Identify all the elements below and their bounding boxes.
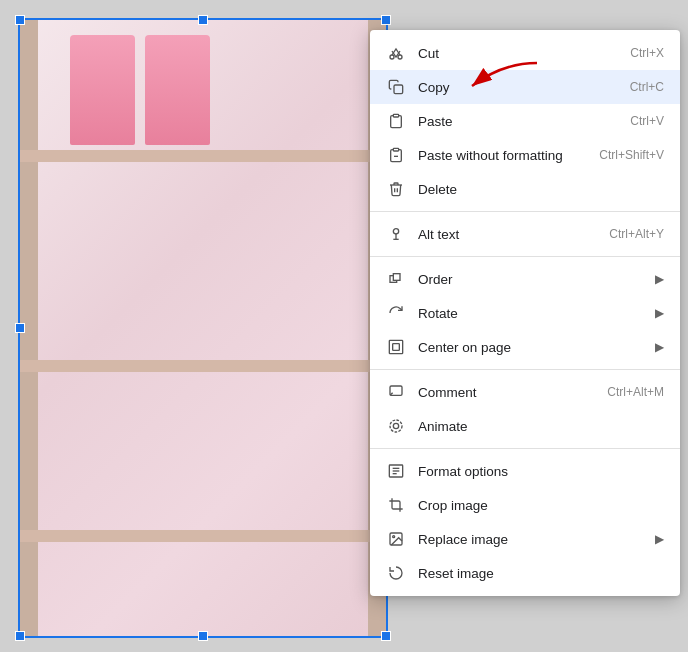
menu-item-alt-text[interactable]: Alt textCtrl+Alt+Y bbox=[370, 217, 680, 251]
menu-item-reset-image[interactable]: Reset image bbox=[370, 556, 680, 590]
handle-top-center[interactable] bbox=[198, 15, 208, 25]
replace-image-icon bbox=[386, 529, 406, 549]
menu-item-replace-image[interactable]: Replace image▶ bbox=[370, 522, 680, 556]
menu-item-label-copy: Copy bbox=[418, 80, 622, 95]
menu-item-order[interactable]: Order▶ bbox=[370, 262, 680, 296]
rotate-icon bbox=[386, 303, 406, 323]
menu-item-center-on-page[interactable]: Center on page▶ bbox=[370, 330, 680, 364]
menu-arrow-rotate: ▶ bbox=[655, 306, 664, 320]
menu-divider-after-delete bbox=[370, 211, 680, 212]
menu-item-label-format-options: Format options bbox=[418, 464, 664, 479]
menu-arrow-order: ▶ bbox=[655, 272, 664, 286]
svg-point-2 bbox=[398, 55, 402, 59]
handle-bottom-center[interactable] bbox=[198, 631, 208, 641]
menu-shortcut-paste: Ctrl+V bbox=[630, 114, 664, 128]
cut-icon bbox=[386, 43, 406, 63]
svg-point-1 bbox=[390, 55, 394, 59]
menu-item-comment[interactable]: CommentCtrl+Alt+M bbox=[370, 375, 680, 409]
image-content bbox=[20, 20, 386, 636]
center-on-page-icon bbox=[386, 337, 406, 357]
menu-item-label-comment: Comment bbox=[418, 385, 599, 400]
menu-arrow-replace-image: ▶ bbox=[655, 532, 664, 546]
menu-item-label-paste-no-format: Paste without formatting bbox=[418, 148, 591, 163]
menu-item-label-replace-image: Replace image bbox=[418, 532, 647, 547]
menu-item-format-options[interactable]: Format options bbox=[370, 454, 680, 488]
alt-text-icon bbox=[386, 224, 406, 244]
menu-arrow-center-on-page: ▶ bbox=[655, 340, 664, 354]
handle-top-left[interactable] bbox=[15, 15, 25, 25]
menu-item-label-paste: Paste bbox=[418, 114, 622, 129]
menu-shortcut-alt-text: Ctrl+Alt+Y bbox=[609, 227, 664, 241]
order-icon bbox=[386, 269, 406, 289]
menu-item-cut[interactable]: CutCtrl+X bbox=[370, 36, 680, 70]
menu-shortcut-comment: Ctrl+Alt+M bbox=[607, 385, 664, 399]
svg-point-20 bbox=[393, 536, 395, 538]
menu-shortcut-copy: Ctrl+C bbox=[630, 80, 664, 94]
menu-item-paste-no-format[interactable]: Paste without formattingCtrl+Shift+V bbox=[370, 138, 680, 172]
menu-item-rotate[interactable]: Rotate▶ bbox=[370, 296, 680, 330]
menu-item-delete[interactable]: Delete bbox=[370, 172, 680, 206]
menu-item-label-delete: Delete bbox=[418, 182, 664, 197]
paste-icon bbox=[386, 111, 406, 131]
comment-icon bbox=[386, 382, 406, 402]
menu-item-label-animate: Animate bbox=[418, 419, 664, 434]
menu-item-label-center-on-page: Center on page bbox=[418, 340, 647, 355]
crop-image-icon bbox=[386, 495, 406, 515]
svg-rect-3 bbox=[394, 85, 403, 94]
copy-icon bbox=[386, 77, 406, 97]
svg-point-14 bbox=[390, 420, 402, 432]
menu-item-copy[interactable]: CopyCtrl+C bbox=[370, 70, 680, 104]
menu-item-label-reset-image: Reset image bbox=[418, 566, 664, 581]
handle-top-right[interactable] bbox=[381, 15, 391, 25]
menu-item-label-alt-text: Alt text bbox=[418, 227, 601, 242]
animate-icon bbox=[386, 416, 406, 436]
menu-divider-after-alt-text bbox=[370, 256, 680, 257]
handle-bottom-right[interactable] bbox=[381, 631, 391, 641]
canvas-area: CutCtrl+XCopyCtrl+CPasteCtrl+VPaste with… bbox=[0, 0, 688, 652]
selected-image[interactable] bbox=[18, 18, 388, 638]
menu-item-animate[interactable]: Animate bbox=[370, 409, 680, 443]
menu-item-label-cut: Cut bbox=[418, 46, 622, 61]
menu-item-label-order: Order bbox=[418, 272, 647, 287]
svg-rect-4 bbox=[393, 114, 398, 117]
handle-bottom-left[interactable] bbox=[15, 631, 25, 641]
menu-item-crop-image[interactable]: Crop image bbox=[370, 488, 680, 522]
menu-shortcut-cut: Ctrl+X bbox=[630, 46, 664, 60]
reset-image-icon bbox=[386, 563, 406, 583]
menu-divider-after-animate bbox=[370, 448, 680, 449]
menu-shortcut-paste-no-format: Ctrl+Shift+V bbox=[599, 148, 664, 162]
context-menu: CutCtrl+XCopyCtrl+CPasteCtrl+VPaste with… bbox=[370, 30, 680, 596]
paste-no-format-icon bbox=[386, 145, 406, 165]
menu-divider-after-center-on-page bbox=[370, 369, 680, 370]
menu-item-label-crop-image: Crop image bbox=[418, 498, 664, 513]
menu-item-label-rotate: Rotate bbox=[418, 306, 647, 321]
svg-rect-9 bbox=[393, 274, 400, 281]
svg-point-7 bbox=[393, 229, 398, 234]
delete-icon bbox=[386, 179, 406, 199]
handle-mid-left[interactable] bbox=[15, 323, 25, 333]
svg-point-13 bbox=[393, 423, 398, 428]
format-options-icon bbox=[386, 461, 406, 481]
svg-rect-11 bbox=[393, 344, 400, 351]
menu-item-paste[interactable]: PasteCtrl+V bbox=[370, 104, 680, 138]
svg-rect-10 bbox=[389, 340, 402, 353]
svg-rect-5 bbox=[393, 148, 398, 151]
